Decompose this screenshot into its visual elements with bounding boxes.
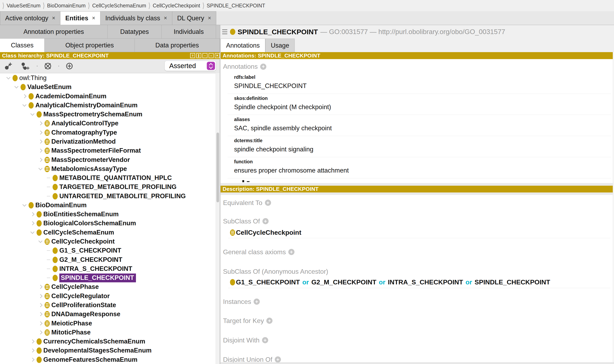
add-disjoint-with-icon[interactable]: + [262, 337, 268, 343]
sidebar-tab-individuals[interactable]: Individuals [162, 25, 216, 39]
breadcrumb-item[interactable]: SPINDLE_CHECKPOINT [207, 3, 265, 9]
chevron-right-icon[interactable] [30, 221, 35, 225]
tree-item-cellcyclephase[interactable]: CellCyclePhase [0, 282, 220, 291]
chevron-right-icon[interactable] [38, 321, 43, 326]
chevron-down-icon[interactable] [38, 239, 43, 244]
chevron-right-icon[interactable] [30, 212, 35, 217]
float-icon[interactable]: ▪ [209, 53, 214, 58]
chevron-right-icon[interactable] [38, 285, 43, 289]
chevron-right-icon[interactable] [30, 339, 35, 344]
annotation-row[interactable]: rdfs:labelSPINDLE_CHECKPOINT [227, 73, 611, 94]
right-panel-scrollbar[interactable] [613, 52, 614, 364]
tab-close-icon[interactable]: × [52, 15, 55, 21]
add-instances-icon[interactable]: + [254, 299, 260, 305]
chevron-right-icon[interactable] [38, 139, 43, 144]
sidebar-tab-classes[interactable]: Classes [0, 39, 45, 52]
tree-item-massspectrometerfileformat[interactable]: MassSpectrometerFileFormat [0, 146, 220, 155]
tab-individuals-by-class[interactable]: Individuals by class× [100, 11, 172, 25]
chevron-down-icon[interactable] [30, 112, 35, 117]
add-general-class-axioms-icon[interactable]: + [288, 249, 294, 255]
tree-item-meioticphase[interactable]: MeioticPhase [0, 319, 220, 328]
tab-close-icon[interactable]: × [92, 15, 95, 21]
chevron-down-icon[interactable] [6, 76, 11, 80]
tab-active-ontology[interactable]: Active ontology× [0, 11, 60, 25]
add-disjoint-union-of-icon[interactable]: + [275, 356, 281, 362]
chevron-down-icon[interactable] [30, 230, 35, 235]
sidebar-tab-datatypes[interactable]: Datatypes [107, 25, 162, 39]
tree-scrollbar-thumb[interactable] [216, 132, 219, 202]
breadcrumb-item[interactable]: CellCycleSchemaEnum [92, 3, 146, 9]
tree-item-biodomainenum[interactable]: BioDomainEnum [0, 201, 220, 210]
annotation-row[interactable]: functionensures proper chromosome attach… [227, 157, 611, 178]
split-icon[interactable]: ∥ [196, 53, 201, 58]
delete-class-icon[interactable] [43, 62, 53, 71]
tab-annotations[interactable]: Annotations [221, 39, 265, 52]
tree-item-spindle_checkpoint[interactable]: SPINDLE_CHECKPOINT [0, 273, 220, 282]
breadcrumb-item[interactable]: CellCycleCheckpoint [153, 3, 200, 9]
add-sibling-class-icon[interactable] [21, 62, 30, 71]
subclass-of-item[interactable]: CellCycleCheckpoint [230, 228, 301, 237]
tree-item-owl:thing[interactable]: owl:Thing [0, 73, 220, 82]
chevron-right-icon[interactable] [38, 121, 43, 126]
tree-item-targeted_metabolite_profiling[interactable]: TARGETED_METABOLITE_PROFILING [0, 182, 220, 191]
add-annotation-icon[interactable]: + [260, 64, 266, 70]
entity-menu-icon[interactable] [222, 29, 227, 34]
sidebar-tab-object-properties[interactable]: Object properties [45, 39, 135, 52]
tree-item-untargeted_metabolite_profiling[interactable]: UNTARGETED_METABOLITE_PROFILING [0, 192, 220, 201]
add-subclass-icon[interactable] [4, 62, 13, 71]
chevron-right-icon[interactable] [38, 303, 43, 307]
tree-item-mitoticphase[interactable]: MitoticPhase [0, 328, 220, 337]
tree-item-valuesetenum[interactable]: ValueSetEnum [0, 82, 220, 91]
tree-item-biologicalcolorsschemaenum[interactable]: BiologicalColorsSchemaEnum [0, 219, 220, 228]
annotation-row[interactable]: aliasesSAC, spindle assembly checkpoint [227, 115, 611, 136]
add-target-for-key-icon[interactable]: + [266, 318, 272, 324]
tree-item-cellcycleschemaenum[interactable]: CellCycleSchemaEnum [0, 228, 220, 237]
chevron-down-icon[interactable] [14, 85, 19, 89]
add-subclass-of-icon[interactable]: + [262, 218, 269, 224]
tree-item-massspectrometervendor[interactable]: MassSpectrometerVendor [0, 155, 220, 164]
help-icon[interactable]: ? [190, 53, 195, 58]
tree-item-genomefeaturesschemaenum[interactable]: GenomeFeaturesSchemaEnum [0, 355, 220, 364]
tree-item-intra_s_checkpoint[interactable]: INTRA_S_CHECKPOINT [0, 264, 220, 273]
tree-item-derivatizationmethod[interactable]: DerivatizationMethod [0, 137, 220, 146]
chevron-right-icon[interactable] [30, 348, 35, 353]
breadcrumb-item[interactable]: ValueSetEnum [7, 3, 40, 9]
tab-close-icon[interactable]: × [208, 15, 211, 21]
annotation-row[interactable]: skos:definitionSpindle checkpoint (M che… [227, 94, 611, 115]
hierarchy-type-selector[interactable]: Asserted [165, 61, 216, 71]
tree-item-dnadamageresponse[interactable]: DNADamageResponse [0, 310, 220, 319]
tree-item-metabolite_quantitation_hplc[interactable]: METABOLITE_QUANTITATION_HPLC [0, 173, 220, 182]
tree-item-developmentalstagesschemaenum[interactable]: DevelopmentalStagesSchemaEnum [0, 346, 220, 355]
tree-item-massspectrometryschemaenum[interactable]: MassSpectrometrySchemaEnum [0, 110, 220, 119]
annotation-row[interactable]: dcterms:titlespindle checkpoint signalin… [227, 136, 611, 157]
selector-stepper-icon[interactable] [207, 62, 215, 70]
chevron-right-icon[interactable] [38, 148, 43, 153]
chevron-right-icon[interactable] [38, 157, 43, 162]
tree-item-chromatographytype[interactable]: ChromatographyType [0, 128, 220, 137]
chevron-right-icon[interactable] [38, 130, 43, 135]
horizontal-split-icon[interactable]: − [202, 53, 207, 58]
tree-item-cellcycleregulator[interactable]: CellCycleRegulator [0, 292, 220, 301]
tree-item-cellcyclecheckpoint[interactable]: CellCycleCheckpoint [0, 237, 220, 246]
tree-item-g1_s_checkpoint[interactable]: G1_S_CHECKPOINT [0, 246, 220, 255]
chevron-right-icon[interactable] [38, 312, 43, 316]
right-panel-hscrollbar[interactable] [221, 362, 614, 364]
chevron-right-icon[interactable] [38, 294, 43, 298]
tree-item-cellproliferationstate[interactable]: CellProliferationState [0, 301, 220, 310]
add-equivalent-to-icon[interactable]: + [265, 200, 271, 206]
tree-scrollbar[interactable] [216, 73, 220, 364]
chevron-down-icon[interactable] [38, 167, 43, 171]
chevron-down-icon[interactable] [22, 203, 27, 208]
tree-item-g2_m_checkpoint[interactable]: G2_M_CHECKPOINT [0, 255, 220, 264]
tree-item-analyticalchemistrydomainenum[interactable]: AnalyticalChemistryDomainEnum [0, 101, 220, 110]
chevron-down-icon[interactable] [22, 103, 27, 107]
tab-close-icon[interactable]: × [164, 15, 167, 21]
tree-item-bioentitiesschemaenum[interactable]: BioEntitiesSchemaEnum [0, 210, 220, 219]
sidebar-tab-data-properties[interactable]: Data properties [135, 39, 220, 52]
tree-item-metabolomicsassaytype[interactable]: MetabolomicsAssayType [0, 164, 220, 173]
tab-usage[interactable]: Usage [265, 39, 295, 52]
jump-to-selection-icon[interactable] [65, 62, 74, 71]
chevron-right-icon[interactable] [38, 330, 43, 335]
close-icon[interactable]: ✕ [215, 53, 220, 58]
tree-item-analyticalcontroltype[interactable]: AnalyticalControlType [0, 119, 220, 128]
